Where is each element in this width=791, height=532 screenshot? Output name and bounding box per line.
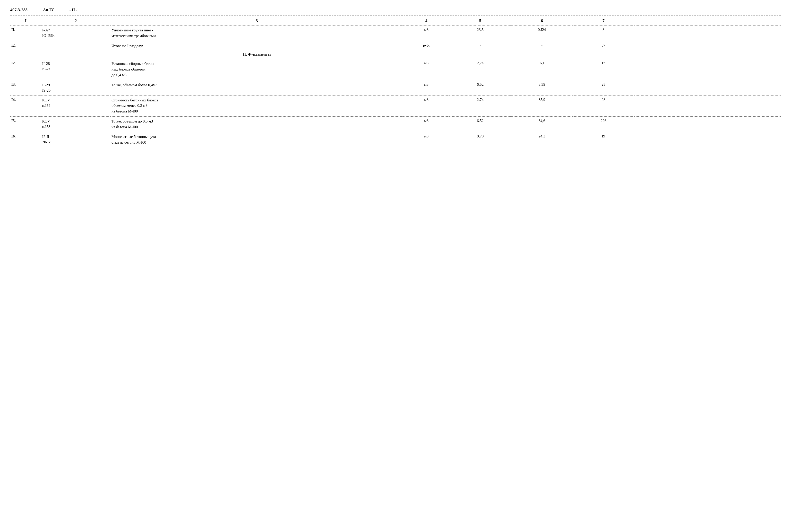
col-header-4: 4 bbox=[403, 17, 450, 25]
page-header: 407-3-288 Ан.IУ - II - bbox=[10, 8, 781, 12]
row-col6: 3,59 bbox=[511, 80, 573, 95]
row-col6: 35,9 bbox=[511, 95, 573, 117]
row-code: II-28I9-2а bbox=[41, 59, 111, 80]
row-col5: 6,52 bbox=[449, 80, 511, 95]
row-desc: Установка сборных бетон-ных блоков объем… bbox=[111, 59, 403, 80]
row-col6: 24,3 bbox=[511, 132, 573, 148]
table-row: I6. I2-II20-Iк Монолитные бетонные уча-с… bbox=[10, 132, 781, 148]
row-col5: 2,74 bbox=[449, 95, 511, 117]
table-row: II. I-824IO-I56л Уплотнение грунта пнев-… bbox=[10, 25, 781, 41]
row-num: I3. bbox=[10, 80, 41, 95]
col-header-3: 3 bbox=[111, 17, 403, 25]
section-title-cell: II. Фундаменты bbox=[111, 51, 403, 59]
section-spacer2 bbox=[403, 51, 781, 59]
section-title-row: II. Фундаменты bbox=[10, 51, 781, 59]
row-extra bbox=[635, 80, 781, 95]
row-unit: м3 bbox=[403, 132, 450, 148]
row-code: КСУп.I53 bbox=[41, 117, 111, 132]
row-unit: м3 bbox=[403, 59, 450, 80]
row-col7: I7 bbox=[573, 59, 634, 80]
row-unit: м3 bbox=[403, 95, 450, 117]
table-row: I4. КСУп.I54 Стоимость бетонных блоковоб… bbox=[10, 95, 781, 117]
row-code: КСУп.I54 bbox=[41, 95, 111, 117]
row-col5: 6,52 bbox=[449, 117, 511, 132]
row-code: II-29I9-2б bbox=[41, 80, 111, 95]
row-unit: м3 bbox=[403, 80, 450, 95]
row-col7: I9 bbox=[573, 132, 634, 148]
row-col7: 57 bbox=[573, 41, 634, 51]
row-col5: 2,74 bbox=[449, 59, 511, 80]
row-col6: 6,I bbox=[511, 59, 573, 80]
table-row: I2. Итого по I разделу: руб. - - 57 bbox=[10, 41, 781, 51]
row-num: I4. bbox=[10, 95, 41, 117]
row-col6: 34,6 bbox=[511, 117, 573, 132]
section-spacer bbox=[10, 51, 111, 59]
col-header-5: 5 bbox=[449, 17, 511, 25]
row-desc: Монолитные бетонные уча-стки из бетона М… bbox=[111, 132, 403, 148]
row-col6: 0,I24 bbox=[511, 25, 573, 41]
row-desc: То же, объемом до 0,5 м3из бетона М-I00 bbox=[111, 117, 403, 132]
doc-section: Ан.IУ bbox=[43, 8, 54, 12]
row-num: II. bbox=[10, 25, 41, 41]
section-title: II. Фундаменты bbox=[243, 52, 270, 57]
col-header-8 bbox=[635, 17, 781, 25]
row-extra bbox=[635, 25, 781, 41]
row-col5: 23,5 bbox=[449, 25, 511, 41]
row-unit: м3 bbox=[403, 117, 450, 132]
row-col5: 0,78 bbox=[449, 132, 511, 148]
col-header-7: 7 bbox=[573, 17, 634, 25]
row-col7: 23 bbox=[573, 80, 634, 95]
row-desc: Стоимость бетонных блоковобъемом менее 0… bbox=[111, 95, 403, 117]
main-table: I 2 3 4 5 6 7 II. I-824IO-I56л Уплотнени… bbox=[10, 17, 781, 148]
row-col7: 98 bbox=[573, 95, 634, 117]
doc-part: - II - bbox=[69, 8, 77, 12]
row-extra bbox=[635, 41, 781, 51]
table-row: I3. II-29I9-2б То же, объемом более 0,4м… bbox=[10, 80, 781, 95]
col-header-1: I bbox=[10, 17, 41, 25]
row-desc: Итого по I разделу: bbox=[111, 41, 403, 51]
header-divider bbox=[10, 15, 781, 16]
doc-code: 407-3-288 bbox=[10, 8, 27, 12]
row-desc: То же, объемом более 0,4м3 bbox=[111, 80, 403, 95]
col-header-2: 2 bbox=[41, 17, 111, 25]
row-col7: 226 bbox=[573, 117, 634, 132]
row-col5: - bbox=[449, 41, 511, 51]
row-desc: Уплотнение грунта пнев-матическими трамб… bbox=[111, 25, 403, 41]
table-row: I2. II-28I9-2а Установка сборных бетон-н… bbox=[10, 59, 781, 80]
row-code bbox=[41, 41, 111, 51]
row-extra bbox=[635, 117, 781, 132]
row-unit: м3 bbox=[403, 25, 450, 41]
row-num: I2. bbox=[10, 41, 41, 51]
row-extra bbox=[635, 59, 781, 80]
row-num: I5. bbox=[10, 117, 41, 132]
row-code: I2-II20-Iк bbox=[41, 132, 111, 148]
row-col7: 8 bbox=[573, 25, 634, 41]
row-unit: руб. bbox=[403, 41, 450, 51]
col-header-6: 6 bbox=[511, 17, 573, 25]
row-extra bbox=[635, 132, 781, 148]
row-num: I2. bbox=[10, 59, 41, 80]
row-extra bbox=[635, 95, 781, 117]
row-num: I6. bbox=[10, 132, 41, 148]
table-row: I5. КСУп.I53 То же, объемом до 0,5 м3из … bbox=[10, 117, 781, 132]
column-headers: I 2 3 4 5 6 7 bbox=[10, 17, 781, 25]
row-code: I-824IO-I56л bbox=[41, 25, 111, 41]
row-col6: - bbox=[511, 41, 573, 51]
